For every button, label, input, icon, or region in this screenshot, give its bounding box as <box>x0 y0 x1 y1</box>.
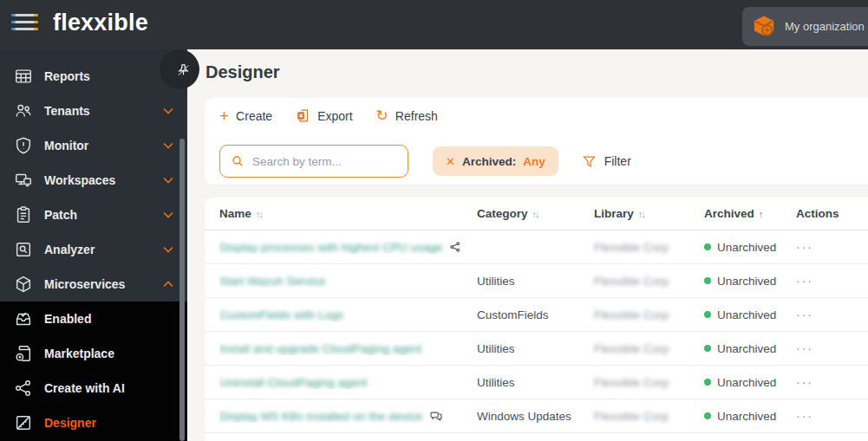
table-row[interactable]: Display MS KBs installed on the device W… <box>205 399 868 433</box>
archived-status: Unarchived <box>704 342 796 355</box>
column-header-name[interactable]: Name ↑↓ <box>219 207 477 220</box>
sidebar-item-microservices[interactable]: Microservices <box>0 267 187 302</box>
designer-icon <box>14 413 33 432</box>
patch-icon <box>14 205 33 224</box>
name-cell[interactable]: Uninstall CloudPaging agent <box>219 376 477 389</box>
table-row[interactable]: Install and upgrade CloudPaging agent Ut… <box>205 332 868 366</box>
column-header-archived[interactable]: Archived ↑ <box>704 207 796 220</box>
row-name-redacted[interactable]: Display MS KBs installed on the device <box>219 410 422 423</box>
sidebar-pin-toggle[interactable] <box>160 49 199 89</box>
sidebar-item-label: Designer <box>44 416 96 430</box>
sidebar-item-label: Create with AI <box>44 381 125 395</box>
remove-filter-icon[interactable]: ✕ <box>446 155 455 168</box>
name-cell[interactable]: Start Wazuh Service <box>219 275 477 288</box>
microservices-submenu: Enabled Marketplace Create with AI <box>0 302 187 441</box>
toolbar-card: + Create Export ↻ Refresh <box>205 98 868 185</box>
refresh-icon: ↻ <box>376 108 388 123</box>
status-dot-icon <box>704 277 711 284</box>
column-header-library[interactable]: Library ↑↓ <box>594 207 704 220</box>
create-label: Create <box>236 109 272 123</box>
row-name-redacted[interactable]: Display processes with highest CPU usage <box>219 241 442 254</box>
search-box[interactable] <box>219 145 408 178</box>
sidebar-item-marketplace[interactable]: Marketplace <box>0 336 187 371</box>
table-row[interactable]: Start Wazuh Service Utilities Flexxible … <box>205 264 868 298</box>
sidebar-item-patch[interactable]: Patch <box>0 198 187 232</box>
unpin-icon <box>176 62 191 77</box>
sort-both-icon: ↑↓ <box>256 209 262 219</box>
monitor-icon <box>14 136 33 155</box>
my-organization-button[interactable]: My organization <box>742 7 868 46</box>
row-actions-button[interactable]: ··· <box>796 240 868 254</box>
status-label: Unarchived <box>717 241 776 254</box>
chevron-down-icon <box>163 211 173 218</box>
sidebar-scrollbar[interactable] <box>179 139 185 441</box>
sidebar-item-create-with-ai[interactable]: Create with AI <box>0 371 187 405</box>
chip-value: Any <box>523 155 545 168</box>
library-cell: Flexxible Corp <box>594 241 704 254</box>
row-actions-button[interactable]: ··· <box>796 341 868 355</box>
hamburger-line <box>11 28 38 30</box>
sort-ascending-icon: ↑ <box>759 209 764 219</box>
export-button[interactable]: Export <box>296 108 352 123</box>
search-icon <box>231 154 245 168</box>
column-label: Archived <box>704 207 754 220</box>
sidebar-item-label: Marketplace <box>44 347 114 360</box>
create-with-ai-icon <box>14 379 33 398</box>
hamburger-menu-icon[interactable] <box>11 14 38 35</box>
category-cell: Windows Updates <box>477 410 594 423</box>
row-name-redacted[interactable]: CustomFields with Logs <box>219 308 343 321</box>
row-actions-button[interactable]: ··· <box>796 308 868 321</box>
filter-label: Filter <box>604 154 631 168</box>
marketplace-icon <box>14 344 33 363</box>
reports-icon <box>14 67 33 86</box>
status-label: Unarchived <box>717 342 776 355</box>
library-redacted: Flexxible Corp <box>594 410 669 423</box>
archived-filter-chip[interactable]: ✕ Archived: Any <box>433 146 558 176</box>
microservices-icon <box>14 275 33 294</box>
enabled-icon <box>14 309 33 328</box>
table-row[interactable]: Uninstall CloudPaging agent Utilities Fl… <box>205 366 868 399</box>
export-label: Export <box>317 109 352 123</box>
status-label: Unarchived <box>717 308 776 321</box>
column-label: Actions <box>796 207 839 220</box>
share-nodes-icon <box>449 241 461 253</box>
sidebar-item-label: Microservices <box>44 277 125 291</box>
row-actions-button[interactable]: ··· <box>796 375 868 389</box>
archived-status: Unarchived <box>704 410 796 423</box>
create-button[interactable]: + Create <box>219 107 272 124</box>
table-row[interactable]: CustomFields with Logs CustomFields Flex… <box>205 298 868 332</box>
sidebar-item-workspaces[interactable]: Workspaces <box>0 163 187 198</box>
status-dot-icon <box>704 345 711 352</box>
row-actions-button[interactable]: ··· <box>796 274 868 288</box>
name-cell[interactable]: CustomFields with Logs <box>219 308 477 321</box>
sidebar-item-label: Tenants <box>44 104 90 118</box>
row-name-redacted[interactable]: Install and upgrade CloudPaging agent <box>219 342 421 355</box>
name-cell[interactable]: Display processes with highest CPU usage <box>219 241 477 254</box>
row-name-redacted[interactable]: Start Wazuh Service <box>219 275 326 288</box>
search-input[interactable] <box>252 155 382 168</box>
refresh-button[interactable]: ↻ Refresh <box>376 108 438 123</box>
sidebar-item-tenants[interactable]: Tenants <box>0 94 187 128</box>
main-content: Designer + Create Export ↻ Refresh <box>187 49 868 441</box>
name-cell[interactable]: Install and upgrade CloudPaging agent <box>219 342 477 355</box>
plus-icon: + <box>219 107 229 124</box>
archived-status: Unarchived <box>704 241 796 254</box>
archived-status: Unarchived <box>704 275 796 288</box>
sidebar-item-designer[interactable]: Designer <box>0 405 187 440</box>
filter-button[interactable]: Filter <box>582 154 631 169</box>
page-title: Designer <box>206 62 280 82</box>
status-label: Unarchived <box>717 275 776 288</box>
library-redacted: Flexxible Corp <box>594 342 669 355</box>
status-dot-icon <box>704 412 711 419</box>
row-name-redacted[interactable]: Uninstall CloudPaging agent <box>219 376 367 389</box>
top-bar: flexxible My organization <box>0 0 868 49</box>
library-redacted: Flexxible Corp <box>594 275 669 288</box>
row-actions-button[interactable]: ··· <box>796 409 868 423</box>
sidebar-item-enabled[interactable]: Enabled <box>0 302 187 336</box>
sidebar-item-analyzer[interactable]: Analyzer <box>0 232 187 267</box>
table-header-row: Name ↑↓ Category ↑↓ Library ↑↓ Archived … <box>205 198 868 230</box>
sidebar-item-monitor[interactable]: Monitor <box>0 128 187 163</box>
column-header-category[interactable]: Category ↑↓ <box>477 207 594 220</box>
name-cell[interactable]: Display MS KBs installed on the device <box>219 410 477 423</box>
table-row[interactable]: Display processes with highest CPU usage… <box>205 230 868 264</box>
